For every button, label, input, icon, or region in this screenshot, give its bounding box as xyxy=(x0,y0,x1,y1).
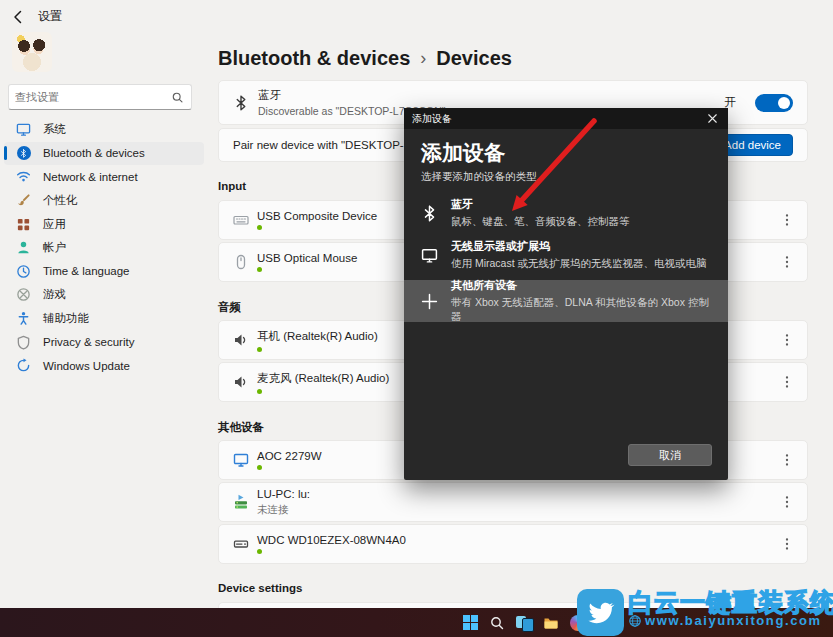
sidebar-item-gaming[interactable]: 游戏 xyxy=(4,283,204,307)
sidebar-item-apps[interactable]: 应用 xyxy=(4,212,204,236)
status-dot xyxy=(257,225,262,230)
speaker-icon xyxy=(233,374,249,390)
sidebar-item-label: 应用 xyxy=(43,217,66,232)
plus-icon xyxy=(421,293,438,310)
clock-icon xyxy=(16,264,31,279)
status-dot xyxy=(257,549,262,554)
device-name: AOC 2279W xyxy=(257,450,322,462)
add-device-dialog: 添加设备 添加设备 选择要添加的设备的类型。 蓝牙 鼠标、键盘、笔、音频设备、控… xyxy=(404,108,728,480)
sidebar-item-label: 个性化 xyxy=(43,193,78,208)
settings-screen: 设置 系统 Bluetooth & devices Network & inte… xyxy=(0,0,833,637)
option-title: 无线显示器或扩展坞 xyxy=(451,239,707,254)
window-titlebar: 设置 xyxy=(10,8,62,25)
kebab-menu-icon[interactable] xyxy=(779,212,793,228)
sidebar-item-system[interactable]: 系统 xyxy=(4,118,204,142)
kebab-menu-icon[interactable] xyxy=(779,254,793,270)
close-icon[interactable] xyxy=(705,111,720,126)
edge-browser-icon[interactable] xyxy=(570,615,586,631)
device-name: WDC WD10EZEX-08WN4A0 xyxy=(257,534,406,546)
media-server-icon xyxy=(233,494,249,510)
brush-icon xyxy=(16,193,31,208)
monitor-icon xyxy=(16,122,31,137)
sidebar-item-network[interactable]: Network & internet xyxy=(4,165,204,189)
sidebar-item-label: Time & language xyxy=(43,265,130,277)
option-desc: 鼠标、键盘、笔、音频设备、控制器等 xyxy=(451,215,630,229)
back-arrow-icon[interactable] xyxy=(10,9,26,25)
device-name: USB Optical Mouse xyxy=(257,252,357,264)
kebab-menu-icon[interactable] xyxy=(779,374,793,390)
settings-search[interactable] xyxy=(8,84,192,110)
apps-grid-icon xyxy=(16,217,31,232)
device-card[interactable]: WDC WD10EZEX-08WN4A0 xyxy=(218,524,808,564)
sidebar-item-label: 系统 xyxy=(43,122,66,137)
keyboard-icon xyxy=(233,212,249,228)
taskbar-search-icon[interactable] xyxy=(489,615,505,631)
device-name: 麦克风 (Realtek(R) Audio) xyxy=(257,371,389,386)
monitor-icon xyxy=(421,247,438,264)
kebab-menu-icon[interactable] xyxy=(779,452,793,468)
taskbar xyxy=(0,608,833,637)
option-desc: 使用 Miracast 或无线扩展坞的无线监视器、电视或电脑 xyxy=(451,257,707,271)
dialog-heading: 添加设备 xyxy=(421,139,728,165)
sidebar-item-windows-update[interactable]: Windows Update xyxy=(4,354,204,378)
option-desc: 带有 Xbox 无线适配器、DLNA 和其他设备的 Xbox 控制器 xyxy=(451,296,711,324)
search-icon xyxy=(171,91,184,104)
sidebar-item-time-language[interactable]: Time & language xyxy=(4,260,204,284)
device-name: USB Composite Device xyxy=(257,210,377,222)
device-status: 未连接 xyxy=(257,503,310,517)
bluetooth-card-title: 蓝牙 xyxy=(258,88,446,103)
option-title: 蓝牙 xyxy=(451,197,630,212)
dialog-titlebar: 添加设备 xyxy=(404,108,728,129)
breadcrumb-parent[interactable]: Bluetooth & devices xyxy=(218,47,410,70)
kebab-menu-icon[interactable] xyxy=(779,536,793,552)
bluetooth-icon xyxy=(421,205,438,222)
xbox-icon xyxy=(16,287,31,302)
search-input[interactable] xyxy=(9,91,171,103)
sidebar-item-accounts[interactable]: 帐户 xyxy=(4,236,204,260)
dialog-option-bluetooth[interactable]: 蓝牙 鼠标、键盘、笔、音频设备、控制器等 xyxy=(404,196,728,230)
dialog-subtitle: 选择要添加的设备的类型。 xyxy=(421,170,728,184)
status-dot xyxy=(257,267,262,272)
dialog-option-everything-else[interactable]: 其他所有设备 带有 Xbox 无线适配器、DLNA 和其他设备的 Xbox 控制… xyxy=(404,280,728,322)
bluetooth-icon xyxy=(233,95,249,111)
bluetooth-toggle[interactable] xyxy=(755,94,793,112)
bluetooth-icon xyxy=(16,146,31,161)
sidebar-item-bluetooth-devices[interactable]: Bluetooth & devices xyxy=(4,142,204,166)
section-heading-device-settings: Device settings xyxy=(218,582,808,598)
status-dot xyxy=(257,347,262,352)
page-title: Devices xyxy=(436,47,512,70)
person-icon xyxy=(16,240,31,255)
sidebar-item-label: Network & internet xyxy=(43,171,138,183)
device-card[interactable]: LU-PC: lu: 未连接 xyxy=(218,482,808,522)
sidebar-item-label: Privacy & security xyxy=(43,336,134,348)
hard-drive-icon xyxy=(233,536,249,552)
kebab-menu-icon[interactable] xyxy=(779,494,793,510)
breadcrumb-separator: › xyxy=(420,48,426,69)
user-avatar[interactable] xyxy=(12,32,52,72)
option-title: 其他所有设备 xyxy=(451,278,711,293)
monitor-icon xyxy=(233,452,249,468)
start-button-icon[interactable] xyxy=(462,615,478,631)
status-dot xyxy=(257,389,262,394)
mouse-icon xyxy=(233,254,249,270)
update-icon xyxy=(16,358,31,373)
accessibility-icon xyxy=(16,311,31,326)
cancel-button[interactable]: 取消 xyxy=(628,444,712,466)
sidebar-item-label: 游戏 xyxy=(43,287,66,302)
sidebar-item-label: 帐户 xyxy=(43,240,66,255)
taskbar-icons xyxy=(462,608,586,637)
sidebar-item-privacy-security[interactable]: Privacy & security xyxy=(4,330,204,354)
device-name: LU-PC: lu: xyxy=(257,488,310,500)
window-title: 设置 xyxy=(38,8,62,25)
sidebar-item-label: Windows Update xyxy=(43,360,130,372)
device-name: 耳机 (Realtek(R) Audio) xyxy=(257,329,378,344)
sidebar-item-label: 辅助功能 xyxy=(43,311,89,326)
file-explorer-icon[interactable] xyxy=(543,615,559,631)
dialog-option-wireless-display[interactable]: 无线显示器或扩展坞 使用 Miracast 或无线扩展坞的无线监视器、电视或电脑 xyxy=(404,238,728,272)
shield-icon xyxy=(16,335,31,350)
task-view-icon[interactable] xyxy=(516,615,532,631)
sidebar-item-accessibility[interactable]: 辅助功能 xyxy=(4,307,204,331)
kebab-menu-icon[interactable] xyxy=(779,332,793,348)
sidebar-nav: 系统 Bluetooth & devices Network & interne… xyxy=(4,118,204,378)
sidebar-item-personalization[interactable]: 个性化 xyxy=(4,189,204,213)
